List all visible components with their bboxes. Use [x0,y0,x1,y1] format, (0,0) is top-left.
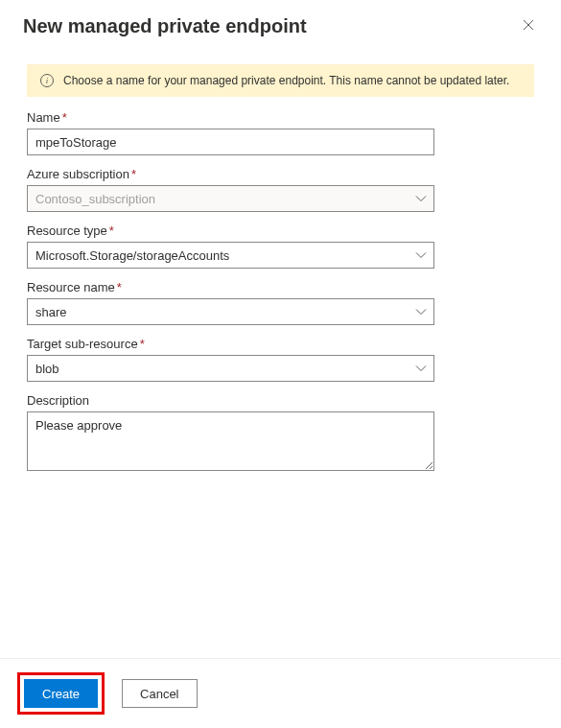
create-button[interactable]: Create [24,679,98,708]
info-icon: i [40,74,54,87]
close-icon [523,19,534,31]
info-banner-text: Choose a name for your managed private e… [63,74,509,87]
description-textarea[interactable] [27,411,434,471]
target-sub-resource-label: Target sub-resource* [27,337,534,351]
resource-type-select[interactable] [27,242,434,269]
resource-name-label: Resource name* [27,280,534,294]
name-label: Name* [27,110,534,125]
subscription-label: Azure subscription* [27,167,534,181]
target-sub-resource-select[interactable] [27,355,434,382]
create-button-highlight: Create [17,672,105,715]
info-banner: i Choose a name for your managed private… [27,64,534,97]
panel-title: New managed private endpoint [23,15,307,37]
name-input[interactable] [27,129,434,155]
subscription-select[interactable] [27,185,434,212]
description-label: Description [27,393,534,408]
close-button[interactable] [519,15,538,36]
cancel-button[interactable]: Cancel [122,679,197,708]
resource-type-label: Resource type* [27,223,534,238]
resource-name-select[interactable] [27,298,434,325]
